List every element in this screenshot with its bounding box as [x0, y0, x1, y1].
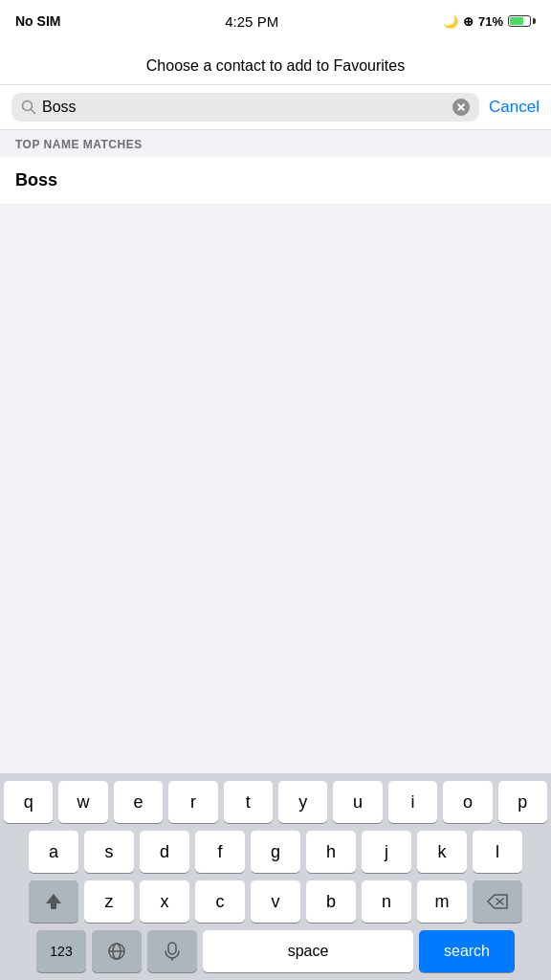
- contact-list: Boss: [0, 157, 551, 205]
- microphone-key[interactable]: [147, 930, 197, 972]
- key-r[interactable]: r: [168, 781, 217, 823]
- time-label: 4:25 PM: [225, 13, 278, 30]
- key-p[interactable]: p: [498, 781, 547, 823]
- modal-title: Choose a contact to add to Favourites: [146, 57, 405, 74]
- search-input[interactable]: [42, 99, 447, 116]
- key-q[interactable]: q: [4, 781, 53, 823]
- key-l[interactable]: l: [473, 831, 522, 873]
- keyboard-bottom-row: 123 space search: [4, 930, 547, 972]
- section-header: TOP NAME MATCHES: [0, 130, 551, 157]
- key-e[interactable]: e: [114, 781, 163, 823]
- battery-percent: 71%: [478, 14, 503, 29]
- cancel-button[interactable]: Cancel: [489, 98, 540, 117]
- key-j[interactable]: j: [362, 831, 411, 873]
- search-input-wrap: [11, 93, 479, 122]
- status-bar: No SIM 4:25 PM 🌙 ⊕ 71%: [0, 0, 551, 42]
- modal-header: Choose a contact to add to Favourites: [0, 42, 551, 85]
- clear-button[interactable]: [452, 99, 470, 116]
- key-n[interactable]: n: [362, 880, 411, 923]
- backspace-key[interactable]: [473, 880, 522, 923]
- key-c[interactable]: c: [195, 880, 245, 923]
- contact-item[interactable]: Boss: [0, 157, 551, 205]
- key-h[interactable]: h: [306, 831, 356, 873]
- key-m[interactable]: m: [417, 880, 467, 923]
- key-g[interactable]: g: [251, 831, 300, 873]
- carrier-label: No SIM: [15, 13, 60, 29]
- empty-area: [0, 205, 551, 773]
- backspace-icon: [487, 894, 508, 909]
- key-o[interactable]: o: [443, 781, 492, 823]
- search-icon: [21, 100, 36, 115]
- key-a[interactable]: a: [29, 831, 78, 873]
- search-bar-row: Cancel: [0, 85, 551, 130]
- key-s[interactable]: s: [84, 831, 134, 873]
- space-key[interactable]: space: [203, 930, 413, 972]
- numbers-key[interactable]: 123: [36, 930, 86, 972]
- keyboard-row-1: q w e r t y u i o p: [4, 781, 547, 823]
- key-i[interactable]: i: [388, 781, 437, 823]
- status-right: 🌙 ⊕ 71%: [443, 14, 536, 29]
- keyboard: q w e r t y u i o p a s d f g h j k l z …: [0, 773, 551, 980]
- svg-line-1: [32, 110, 35, 114]
- contact-name: Boss: [15, 170, 57, 189]
- key-y[interactable]: y: [278, 781, 327, 823]
- keyboard-row-3: z x c v b n m: [4, 880, 547, 923]
- search-key[interactable]: search: [419, 930, 515, 972]
- microphone-icon: [165, 942, 180, 961]
- keyboard-row-2: a s d f g h j k l: [4, 831, 547, 873]
- battery-icon: [508, 15, 536, 27]
- key-t[interactable]: t: [224, 781, 273, 823]
- key-u[interactable]: u: [333, 781, 382, 823]
- key-d[interactable]: d: [140, 831, 189, 873]
- key-z[interactable]: z: [84, 880, 134, 923]
- location-icon: ⊕: [463, 14, 474, 29]
- key-b[interactable]: b: [306, 880, 356, 923]
- key-x[interactable]: x: [140, 880, 189, 923]
- shift-key[interactable]: [29, 880, 78, 923]
- svg-rect-7: [168, 943, 176, 954]
- key-w[interactable]: w: [58, 781, 107, 823]
- moon-icon: 🌙: [443, 14, 458, 29]
- key-k[interactable]: k: [417, 831, 467, 873]
- key-v[interactable]: v: [251, 880, 300, 923]
- globe-icon: [107, 942, 126, 961]
- globe-key[interactable]: [92, 930, 142, 972]
- key-f[interactable]: f: [195, 831, 245, 873]
